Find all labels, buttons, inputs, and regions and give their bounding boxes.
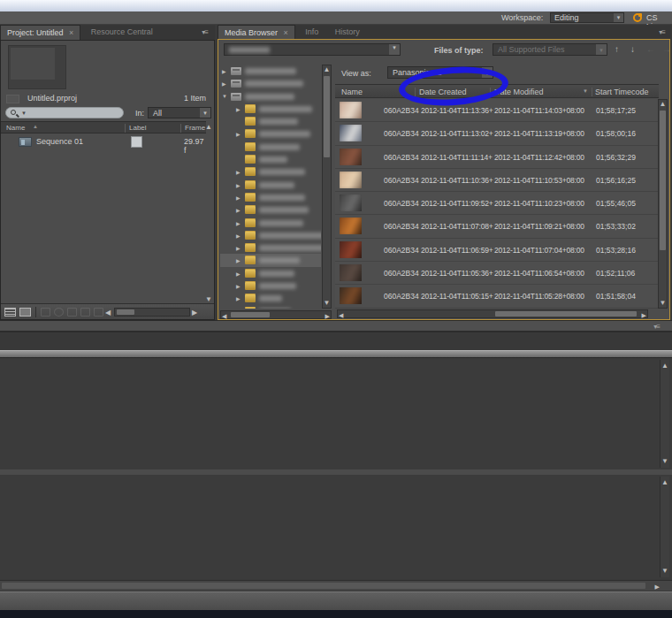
scroll-down-icon[interactable]: ▼ bbox=[661, 457, 669, 466]
timeline-horizontal-scrollbar[interactable]: ▶ bbox=[0, 580, 672, 591]
tree-expand-icon[interactable]: ▶ bbox=[222, 68, 226, 74]
column-label[interactable]: Label bbox=[129, 124, 147, 132]
tree-folder-row[interactable]: ▶ bbox=[220, 179, 321, 191]
tree-device-row[interactable]: ▶ bbox=[220, 77, 321, 89]
close-icon[interactable]: × bbox=[69, 28, 73, 37]
scroll-down-icon[interactable]: ▼ bbox=[659, 299, 667, 308]
tree-expand-icon[interactable]: ▶ bbox=[236, 182, 241, 188]
tree-expand-icon[interactable]: ▶ bbox=[236, 295, 241, 301]
panel-menu-icon[interactable]: ▾≡ bbox=[653, 323, 660, 331]
navigate-forward-icon[interactable]: → bbox=[662, 44, 670, 54]
new-item-icon[interactable] bbox=[80, 308, 90, 317]
list-horizontal-scrollbar[interactable]: ◀ ▶ bbox=[337, 309, 648, 318]
tree-expand-icon[interactable]: ▶ bbox=[236, 257, 241, 263]
search-input[interactable]: ▼ bbox=[5, 107, 124, 118]
scroll-right-icon[interactable]: ▶ bbox=[655, 583, 660, 591]
media-file-row[interactable]: 060A2B342012-11-04T11:11:14+2012-11-04T1… bbox=[335, 146, 659, 169]
timeline-video-track-area[interactable]: ▲ ▼ bbox=[0, 357, 672, 469]
tree-folder-row[interactable] bbox=[220, 115, 321, 127]
tree-device-row[interactable]: ▼ bbox=[220, 90, 321, 103]
video-tracks-scrollbar[interactable]: ▲ ▼ bbox=[660, 360, 669, 468]
scrollbar-thumb[interactable] bbox=[2, 583, 645, 589]
tree-expand-icon[interactable]: ▶ bbox=[236, 245, 241, 251]
list-vertical-scrollbar[interactable]: ▲ ▼ bbox=[658, 99, 668, 309]
tree-vertical-scrollbar[interactable]: ▲ ▼ bbox=[322, 65, 332, 309]
tree-folder-row[interactable]: ▶ bbox=[220, 279, 321, 292]
scroll-right-icon[interactable]: ▶ bbox=[642, 311, 646, 319]
scrollbar-thumb[interactable] bbox=[231, 312, 270, 317]
project-row-sequence[interactable]: Sequence 01 29.97 f bbox=[1, 134, 206, 149]
column-name[interactable]: Name bbox=[341, 88, 363, 96]
scroll-right-icon[interactable]: ▶ bbox=[192, 309, 197, 317]
tree-folder-row[interactable]: ▶ bbox=[220, 165, 321, 178]
column-divider[interactable] bbox=[180, 124, 181, 133]
timeline-divider-band[interactable] bbox=[0, 350, 672, 357]
scroll-up-icon[interactable]: ▲ bbox=[659, 100, 667, 109]
tree-folder-row[interactable]: ▶ bbox=[220, 217, 321, 229]
column-name[interactable]: Name bbox=[6, 124, 25, 132]
scrollbar-thumb[interactable] bbox=[495, 311, 637, 317]
tree-folder-row[interactable]: ▶ bbox=[220, 103, 321, 115]
scroll-down-icon[interactable]: ▼ bbox=[661, 567, 669, 576]
tree-expand-icon[interactable]: ▶ bbox=[236, 233, 241, 239]
media-file-row[interactable]: 060A2B342012-11-04T11:09:52+2012-11-04T1… bbox=[335, 192, 659, 215]
panel-menu-icon[interactable]: ▾≡ bbox=[202, 28, 208, 36]
tree-expand-icon[interactable]: ▶ bbox=[236, 271, 241, 277]
clear-icon[interactable] bbox=[94, 308, 103, 317]
tree-expand-icon[interactable]: ▶ bbox=[222, 80, 226, 87]
scroll-left-icon[interactable]: ◀ bbox=[339, 311, 343, 319]
timeline-audio-track-area[interactable]: ▲ ▼ bbox=[0, 475, 672, 579]
list-view-button[interactable] bbox=[4, 308, 16, 317]
media-file-row[interactable]: 060A2B342012-11-04T11:05:36+2012-11-04T1… bbox=[335, 262, 659, 285]
scrollbar-thumb[interactable] bbox=[117, 309, 134, 315]
tree-expand-icon[interactable]: ▶ bbox=[236, 220, 241, 226]
tree-folder-row[interactable]: ▶ bbox=[220, 229, 321, 241]
column-frame-rate[interactable]: Frame Rate bbox=[185, 124, 206, 132]
scroll-up-icon[interactable]: ▲ bbox=[661, 362, 669, 370]
scroll-right-icon[interactable]: ▶ bbox=[325, 312, 330, 320]
scroll-left-icon[interactable]: ◀ bbox=[222, 312, 226, 320]
tree-expand-icon[interactable]: ▶ bbox=[236, 106, 241, 112]
icon-view-button[interactable] bbox=[19, 308, 31, 317]
media-file-row[interactable]: 060A2B342012-11-04T11:10:36+2012-11-04T1… bbox=[335, 169, 659, 192]
tree-folder-row[interactable]: ▶ bbox=[220, 305, 321, 309]
tree-folder-row[interactable]: ▶ bbox=[220, 254, 321, 266]
scroll-left-icon[interactable]: ◀ bbox=[105, 309, 111, 317]
column-divider[interactable] bbox=[592, 88, 592, 96]
tab-project[interactable]: Project: Untitled × bbox=[0, 25, 80, 40]
tree-folder-row[interactable]: ▶ bbox=[220, 203, 321, 216]
tree-folder-row[interactable]: ▶ bbox=[220, 241, 321, 254]
tree-folder-row[interactable] bbox=[220, 141, 321, 153]
column-divider[interactable] bbox=[125, 124, 126, 133]
scroll-down-icon[interactable]: ▼ bbox=[205, 295, 212, 303]
tree-folder-row[interactable]: ▶ bbox=[220, 127, 321, 140]
column-start-timecode[interactable]: Start Timecode bbox=[595, 88, 649, 96]
label-color-chip[interactable] bbox=[131, 136, 142, 148]
horizontal-scrollbar[interactable] bbox=[114, 308, 190, 317]
media-file-row[interactable]: 060A2B342012-11-04T11:13:36+2012-11-04T1… bbox=[335, 99, 659, 122]
workspace-dropdown[interactable]: Editing ▾ bbox=[550, 12, 624, 23]
tree-folder-row[interactable]: ▶ bbox=[220, 191, 321, 203]
tree-expand-icon[interactable]: ▶ bbox=[236, 131, 241, 137]
scroll-up-icon[interactable]: ▲ bbox=[205, 123, 212, 131]
find-icon[interactable] bbox=[54, 308, 64, 317]
tree-folder-row[interactable] bbox=[220, 153, 321, 165]
tab-media-browser[interactable]: Media Browser × bbox=[218, 25, 295, 40]
tab-history[interactable]: History bbox=[329, 25, 366, 40]
media-file-row[interactable]: 060A2B342012-11-04T11:05:15+2012-11-04T1… bbox=[335, 285, 659, 308]
tree-folder-row[interactable]: ▶ bbox=[220, 292, 321, 304]
search-scope-dropdown[interactable]: All ▾ bbox=[148, 107, 211, 118]
tree-expand-icon[interactable]: ▶ bbox=[236, 207, 241, 213]
scroll-down-icon[interactable]: ▼ bbox=[323, 299, 331, 308]
media-file-row[interactable]: 060A2B342012-11-04T11:07:08+2012-11-04T1… bbox=[335, 215, 659, 238]
media-file-row[interactable]: 060A2B342012-11-04T11:06:59+2012-11-04T1… bbox=[335, 239, 659, 262]
scrollbar-thumb[interactable] bbox=[324, 76, 330, 157]
tab-resource-central[interactable]: Resource Central bbox=[85, 25, 159, 40]
tree-horizontal-scrollbar[interactable]: ◀ ▶ bbox=[220, 310, 332, 319]
tree-expand-icon[interactable]: ▶ bbox=[236, 195, 241, 201]
tab-info[interactable]: Info bbox=[299, 25, 325, 40]
tree-folder-row[interactable]: ▶ bbox=[220, 267, 321, 279]
tree-collapse-icon[interactable]: ▼ bbox=[222, 94, 227, 99]
new-bin-icon[interactable] bbox=[67, 308, 77, 317]
tree-device-row[interactable]: ▶ bbox=[220, 65, 321, 77]
